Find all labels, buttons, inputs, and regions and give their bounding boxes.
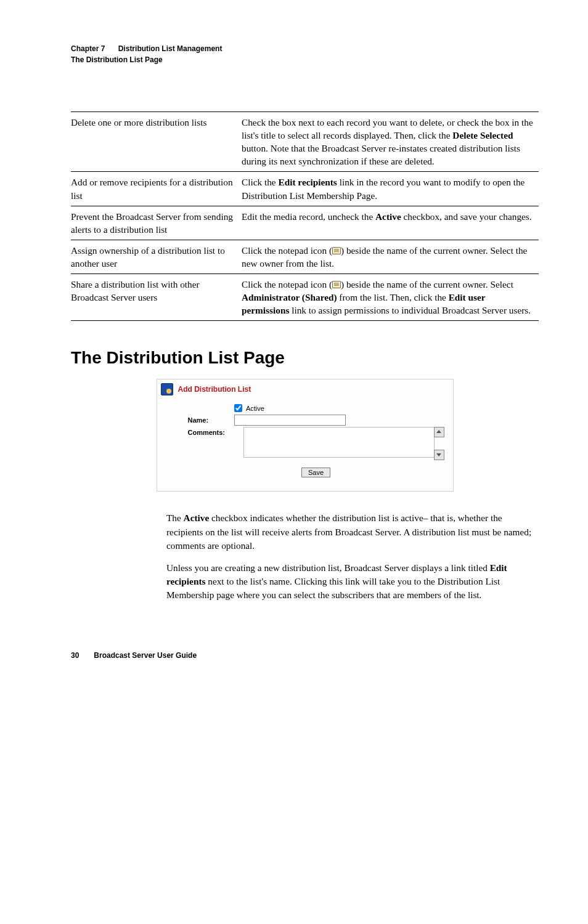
doc-title: Broadcast Server User Guide (94, 651, 197, 660)
instruction-cell: Click the notepad icon () beside the nam… (242, 274, 539, 321)
section-heading: The Distribution List Page (71, 348, 539, 368)
table-row: Share a distribution list with other Bro… (71, 274, 539, 321)
chapter-title: Distribution List Management (118, 44, 223, 53)
instruction-cell: Check the box next to each record you wa… (242, 112, 539, 172)
task-table: Delete one or more distribution listsChe… (71, 111, 539, 321)
scroll-up-icon[interactable] (434, 427, 444, 437)
notepad-icon (332, 281, 341, 288)
distribution-list-icon (161, 383, 173, 395)
comments-scrollbar[interactable] (434, 427, 444, 460)
notepad-icon (332, 247, 341, 254)
name-label: Name: (188, 415, 234, 424)
comments-field[interactable] (243, 427, 435, 458)
instruction-cell: Click the notepad icon () beside the nam… (242, 240, 539, 274)
table-row: Prevent the Broadcast Server from sendin… (71, 206, 539, 240)
chapter-label: Chapter 7 (71, 43, 105, 54)
save-button[interactable]: Save (301, 468, 330, 477)
header-section: The Distribution List Page (71, 54, 539, 65)
instruction-cell: Click the Edit recipients link in the re… (242, 172, 539, 206)
task-cell: Delete one or more distribution lists (71, 112, 242, 172)
dialog-title: Add Distribution List (178, 385, 251, 394)
task-cell: Assign ownership of a distribution list … (71, 240, 242, 274)
table-row: Add or remove recipients for a distribut… (71, 172, 539, 206)
add-distribution-list-dialog: Add Distribution List Active Name: (157, 379, 454, 492)
body-text: The Active checkbox indicates whether th… (166, 511, 539, 602)
page-footer: 30 Broadcast Server User Guide (71, 651, 539, 660)
table-row: Delete one or more distribution listsChe… (71, 112, 539, 172)
active-checkbox-label[interactable]: Active (234, 405, 264, 412)
active-checkbox[interactable] (234, 404, 242, 412)
page-number: 30 (71, 651, 92, 660)
task-cell: Share a distribution list with other Bro… (71, 274, 242, 321)
table-row: Assign ownership of a distribution list … (71, 240, 539, 274)
comments-label: Comments: (188, 427, 234, 436)
task-cell: Add or remove recipients for a distribut… (71, 172, 242, 206)
page-header: Chapter 7 Distribution List Management T… (71, 43, 539, 65)
task-cell: Prevent the Broadcast Server from sendin… (71, 206, 242, 240)
name-field[interactable] (234, 415, 346, 426)
scroll-down-icon[interactable] (434, 450, 444, 460)
instruction-cell: Edit the media record, uncheck the Activ… (242, 206, 539, 240)
